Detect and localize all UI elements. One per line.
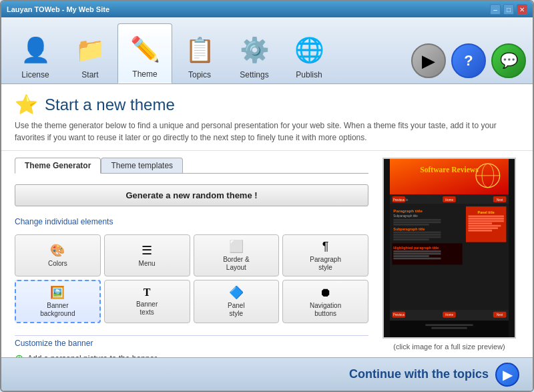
window-title: Lauyan TOWeb - My Web Site xyxy=(7,5,109,13)
customize-title: Customize the banner xyxy=(15,339,368,348)
preview-caption: (click image for a full size preview) xyxy=(393,343,505,351)
border-layout-label: Border &Layout xyxy=(223,256,249,272)
page-title: Start a new theme xyxy=(45,95,175,114)
sidebar-item-publish[interactable]: 🌐 Publish xyxy=(282,23,336,83)
license-label: License xyxy=(21,70,49,79)
banner-texts-label: Bannertexts xyxy=(136,301,158,317)
svg-rect-24 xyxy=(393,234,441,236)
close-button[interactable]: ✕ xyxy=(517,4,527,15)
continue-arrow-icon: ▶ xyxy=(503,367,513,383)
start-label: Start xyxy=(81,70,98,79)
svg-text:Next: Next xyxy=(497,313,503,317)
paragraph-style-label: Paragraphstyle xyxy=(310,256,341,272)
svg-rect-32 xyxy=(393,258,441,260)
theme-label: Theme xyxy=(132,69,157,79)
svg-rect-29 xyxy=(393,250,441,252)
sidebar-item-topics[interactable]: 📋 Topics xyxy=(172,23,227,83)
topics-icon: 📋 xyxy=(182,33,217,67)
banner-background-icon: 🖼️ xyxy=(50,285,65,300)
right-panel: Software Reviews Topic title Previous Ho… xyxy=(379,158,519,351)
svg-rect-26 xyxy=(393,238,429,240)
sidebar-item-start[interactable]: 📁 Start xyxy=(63,23,117,83)
left-panel: Theme Generator Theme templates Generate… xyxy=(15,158,368,351)
settings-icon: ⚙️ xyxy=(237,33,272,67)
topics-label: Topics xyxy=(188,70,211,79)
preview-image[interactable]: Software Reviews Topic title Previous Ho… xyxy=(382,158,516,339)
svg-rect-19 xyxy=(393,219,441,221)
panel-style-button[interactable]: 🔷 Panelstyle xyxy=(194,280,280,323)
continue-button[interactable]: ▶ xyxy=(495,363,519,387)
bottom-bar: Continue with the topics ▶ xyxy=(1,357,533,391)
page-header: ⭐ Start a new theme Use the theme genera… xyxy=(1,84,533,151)
tab-bar: Theme Generator Theme templates xyxy=(15,158,368,174)
menu-icon: ☰ xyxy=(142,243,152,258)
svg-rect-40 xyxy=(468,227,498,229)
svg-rect-35 xyxy=(468,216,503,218)
colors-label: Colors xyxy=(48,260,67,268)
colors-button[interactable]: 🎨 Colors xyxy=(15,234,101,276)
theme-icon: ✏️ xyxy=(127,32,162,67)
toolbar: 👤 License 📁 Start ✏️ Theme 📋 Topics ⚙️ S… xyxy=(1,17,533,84)
maximize-button[interactable]: □ xyxy=(503,4,514,15)
play-button[interactable]: ▶ xyxy=(411,43,446,78)
svg-rect-41 xyxy=(468,230,492,232)
change-elements-title: Change individual elements xyxy=(15,217,368,226)
svg-rect-39 xyxy=(468,225,501,227)
tab-templates[interactable]: Theme templates xyxy=(101,158,183,173)
element-grid: 🎨 Colors ☰ Menu ⬜ Border &Layout ¶ Parag… xyxy=(15,234,368,323)
svg-rect-23 xyxy=(393,232,441,234)
publish-label: Publish xyxy=(296,70,322,79)
svg-text:Highlighted paragraph title: Highlighted paragraph title xyxy=(393,246,439,250)
body-area: Theme Generator Theme templates Generate… xyxy=(1,151,533,357)
help-button[interactable]: ? xyxy=(451,43,486,78)
menu-label: Menu xyxy=(139,260,156,268)
svg-rect-50 xyxy=(425,324,473,326)
panel-style-label: Panelstyle xyxy=(228,302,245,318)
svg-text:Panel title: Panel title xyxy=(478,210,495,214)
window-controls[interactable]: – □ ✕ xyxy=(490,4,527,15)
svg-text:Subparagraph title: Subparagraph title xyxy=(393,227,425,231)
settings-label: Settings xyxy=(240,70,268,79)
svg-rect-20 xyxy=(393,221,441,223)
border-layout-button[interactable]: ⬜ Border &Layout xyxy=(194,234,280,276)
border-layout-icon: ⬜ xyxy=(229,239,244,254)
svg-text:Home: Home xyxy=(445,313,453,317)
panel-style-icon: 🔷 xyxy=(229,285,244,300)
navigation-buttons-label: Navigationbuttons xyxy=(310,302,341,318)
colors-icon: 🎨 xyxy=(50,243,65,258)
sidebar-item-license[interactable]: 👤 License xyxy=(8,23,63,83)
chat-button[interactable]: 💬 xyxy=(491,43,526,78)
svg-text:Next: Next xyxy=(497,198,503,202)
banner-texts-button[interactable]: T Bannertexts xyxy=(104,280,190,323)
banner-background-label: Bannerbackground xyxy=(40,302,75,318)
paragraph-style-icon: ¶ xyxy=(322,240,329,254)
sidebar-item-theme[interactable]: ✏️ Theme xyxy=(117,23,172,83)
add-picture-item[interactable]: ⊕ Add a personal picture to the banner xyxy=(15,351,368,357)
publish-icon: 🌐 xyxy=(292,33,326,67)
svg-rect-51 xyxy=(431,327,467,329)
svg-rect-36 xyxy=(468,218,503,220)
svg-rect-25 xyxy=(393,236,441,238)
generate-button[interactable]: Generate a new random theme ! xyxy=(15,184,368,206)
sidebar-item-settings[interactable]: ⚙️ Settings xyxy=(227,23,282,83)
add-icon: ⊕ xyxy=(15,352,23,357)
svg-rect-30 xyxy=(393,253,441,255)
svg-text:Paragraph title: Paragraph title xyxy=(393,208,423,213)
page-description: Use the theme generator below to find a … xyxy=(15,120,519,144)
minimize-button[interactable]: – xyxy=(490,4,501,15)
continue-text: Continue with the topics xyxy=(349,367,489,381)
svg-rect-21 xyxy=(393,224,429,226)
svg-rect-38 xyxy=(468,222,492,224)
menu-button[interactable]: ☰ Menu xyxy=(104,234,190,276)
svg-text:Subparagraph title: Subparagraph title xyxy=(393,214,418,218)
main-content: ⭐ Start a new theme Use the theme genera… xyxy=(1,84,533,357)
tab-generator[interactable]: Theme Generator xyxy=(15,158,101,174)
svg-text:Software Reviews: Software Reviews xyxy=(420,166,479,174)
svg-rect-31 xyxy=(393,255,429,257)
svg-rect-37 xyxy=(468,220,503,222)
svg-text:Previous: Previous xyxy=(393,313,405,317)
navigation-buttons-button[interactable]: ⏺ Navigationbuttons xyxy=(282,280,368,323)
banner-background-button[interactable]: 🖼️ Bannerbackground xyxy=(15,280,101,323)
paragraph-style-button[interactable]: ¶ Paragraphstyle xyxy=(282,234,368,276)
svg-text:Previous: Previous xyxy=(393,198,405,202)
